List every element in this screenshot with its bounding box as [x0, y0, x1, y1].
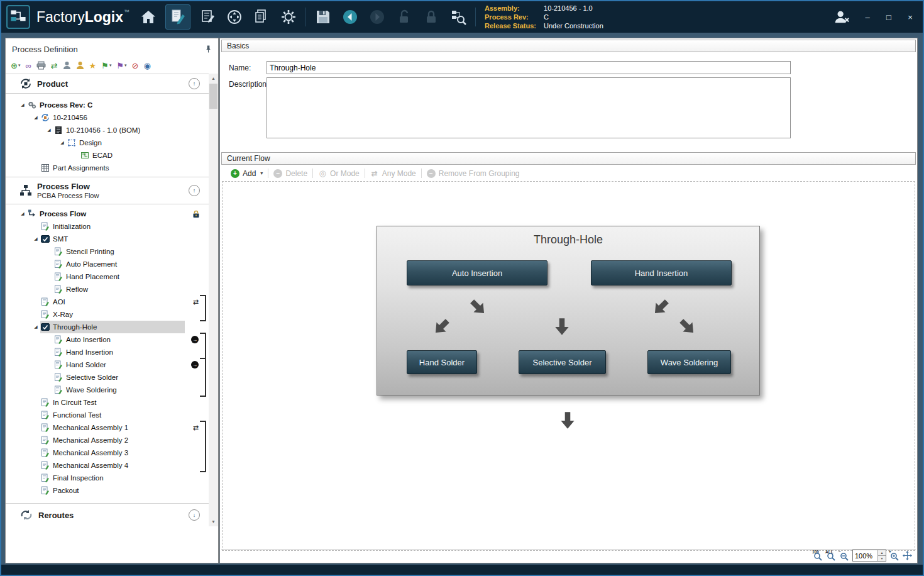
expand-reroutes-button[interactable]: ↓	[189, 509, 200, 521]
expander-icon[interactable]: ◢	[31, 236, 40, 241]
flow-node-auto-insertion[interactable]: Auto Insertion	[407, 260, 547, 285]
tree-item-functional-test[interactable]: Functional Test	[6, 409, 209, 421]
through-hole-group-box[interactable]: Through-Hole Auto InsertionHand Insertio…	[377, 226, 760, 396]
block-button[interactable]: ⊘	[132, 62, 139, 70]
scroll-up-icon[interactable]: ▲	[209, 74, 218, 83]
forward-button	[367, 7, 387, 27]
process-flow-section-header[interactable]: Process Flow PCBA Process Flow ↑	[6, 177, 209, 204]
flow-node-wave-soldering[interactable]: Wave Soldering	[647, 350, 731, 374]
flow-node-hand-insertion[interactable]: Hand Insertion	[591, 260, 732, 285]
tree-item-label: ECAD	[92, 152, 113, 159]
zoom-100-button[interactable]: 100	[813, 551, 823, 561]
tree-item-hand-solder[interactable]: Hand Solder→	[6, 358, 209, 371]
reroutes-section-header[interactable]: Reroutes ↓	[6, 503, 209, 526]
logout-user-button[interactable]	[832, 9, 851, 25]
expander-icon[interactable]: ◢	[18, 211, 27, 216]
tree-item-mechanical-assembly-1[interactable]: Mechanical Assembly 1⇄	[6, 421, 209, 434]
tree-item-through-hole[interactable]: ◢Through-Hole	[6, 321, 209, 333]
find-flow-button[interactable]	[448, 7, 468, 27]
tree-item-process-flow[interactable]: ◢Process Flow	[6, 208, 209, 220]
tree-item-design[interactable]: ◢Design	[6, 136, 209, 149]
close-button[interactable]: ×	[905, 13, 915, 22]
tree-item-final-inspection[interactable]: Final Inspection	[6, 472, 209, 484]
tree-item-mechanical-assembly-4[interactable]: Mechanical Assembly 4	[6, 459, 209, 472]
description-input[interactable]	[267, 77, 791, 138]
flag-purple-button[interactable]: ⚑▾	[116, 62, 126, 70]
flow-toolbar-add-button[interactable]: +Add▾	[226, 169, 268, 178]
tree-item-reflow[interactable]: Reflow	[6, 283, 209, 296]
collapse-product-button[interactable]: ↑	[189, 78, 200, 89]
tree-item-auto-placement[interactable]: Auto Placement	[6, 258, 209, 270]
minimize-button[interactable]: –	[862, 13, 872, 22]
tree-item-x-ray[interactable]: X-Ray	[6, 308, 209, 321]
process-flow-icon	[19, 184, 32, 197]
indent	[6, 111, 31, 124]
indent	[6, 409, 31, 421]
indent	[6, 484, 31, 497]
maximize-button[interactable]: □	[884, 13, 894, 22]
back-button[interactable]	[340, 7, 360, 27]
product-section-header[interactable]: Product ↑	[6, 74, 209, 94]
name-input[interactable]	[267, 61, 791, 74]
add-icon: ⊕	[11, 62, 18, 70]
flag-green-button[interactable]: ⚑▾	[101, 62, 111, 70]
navigator-button[interactable]	[224, 7, 245, 27]
settings-button[interactable]	[278, 7, 299, 27]
pin-icon[interactable]	[205, 45, 212, 53]
expander-icon[interactable]: ◢	[45, 128, 53, 133]
user-key-button[interactable]	[76, 61, 84, 70]
scroll-down-icon[interactable]: ▼	[209, 517, 218, 526]
tree-item-mechanical-assembly-2[interactable]: Mechanical Assembly 2	[6, 434, 209, 446]
tree-item-wave-soldering[interactable]: Wave Soldering	[6, 384, 209, 396]
expander-icon[interactable]: ◢	[18, 102, 27, 108]
star-button[interactable]: ★	[89, 62, 97, 70]
home-button[interactable]	[138, 7, 158, 27]
tree-item-initialization[interactable]: Initialization	[6, 220, 209, 233]
tree-item-process-rev-c[interactable]: ◢Process Rev: C	[6, 99, 209, 111]
expander-icon[interactable]: ◢	[31, 324, 40, 330]
print-button[interactable]	[36, 61, 46, 70]
zoom-decrement-button[interactable]: ▼	[878, 556, 886, 561]
document-pen-button[interactable]	[197, 7, 217, 27]
zoom-all-button[interactable]: ALL	[826, 551, 836, 561]
sync-button[interactable]: ⇄	[51, 62, 58, 70]
tree-item-aoi[interactable]: AOI⇄	[6, 296, 209, 308]
tree-item-part-assignments[interactable]: Part Assignments	[6, 162, 209, 174]
expander-icon[interactable]: ◢	[31, 115, 40, 120]
tree-item-in-circuit-test[interactable]: In Circuit Test	[6, 396, 209, 409]
info-button[interactable]: ◉	[144, 62, 151, 70]
flow-canvas[interactable]: Through-Hole Auto InsertionHand Insertio…	[222, 181, 915, 551]
tree-item-hand-insertion[interactable]: Hand Insertion	[6, 346, 209, 358]
zoom-out-button[interactable]: −	[839, 551, 849, 561]
zoom-input[interactable]	[853, 550, 877, 561]
zoom-in-button[interactable]: +	[889, 551, 899, 561]
scrollbar-thumb[interactable]	[209, 84, 217, 109]
indent	[6, 233, 31, 245]
step-icon	[54, 272, 63, 281]
flow-node-hand-solder[interactable]: Hand Solder	[407, 350, 477, 374]
tree-item-smt[interactable]: ◢SMT	[6, 233, 209, 245]
process-definition-button[interactable]	[165, 4, 190, 30]
group-bracket	[200, 307, 206, 321]
save-button[interactable]	[313, 7, 333, 27]
documents-button[interactable]	[251, 7, 272, 27]
tree-item-auto-insertion[interactable]: Auto Insertion→	[6, 333, 209, 346]
pan-button[interactable]	[903, 551, 912, 560]
zoom-increment-button[interactable]: ▲	[878, 550, 886, 556]
tree-item-10-210456-1-0-bom[interactable]: ◢10-210456 - 1.0 (BOM)	[6, 124, 209, 136]
tree-item-selective-solder[interactable]: Selective Solder	[6, 371, 209, 384]
tree-item-10-210456[interactable]: ◢10-210456	[6, 111, 209, 124]
user-button[interactable]	[63, 61, 71, 70]
link-button[interactable]: ∞	[25, 62, 31, 70]
tree-item-stencil-printing[interactable]: Stencil Printing	[6, 245, 209, 258]
collapse-process-flow-button[interactable]: ↑	[189, 185, 200, 196]
tree-item-ecad[interactable]: ECAD	[6, 149, 209, 162]
add-button[interactable]: ⊕▾	[11, 62, 20, 70]
flow-node-selective-solder[interactable]: Selective Solder	[519, 350, 606, 374]
tree-item-hand-placement[interactable]: Hand Placement	[6, 270, 209, 283]
tree-item-packout[interactable]: Packout	[6, 484, 209, 497]
tree-item-mechanical-assembly-3[interactable]: Mechanical Assembly 3	[6, 446, 209, 459]
expander-icon[interactable]: ◢	[58, 140, 67, 145]
sidebar-scrollbar[interactable]: ▲ ▼	[209, 74, 218, 526]
basics-section-header: Basics	[221, 40, 916, 52]
